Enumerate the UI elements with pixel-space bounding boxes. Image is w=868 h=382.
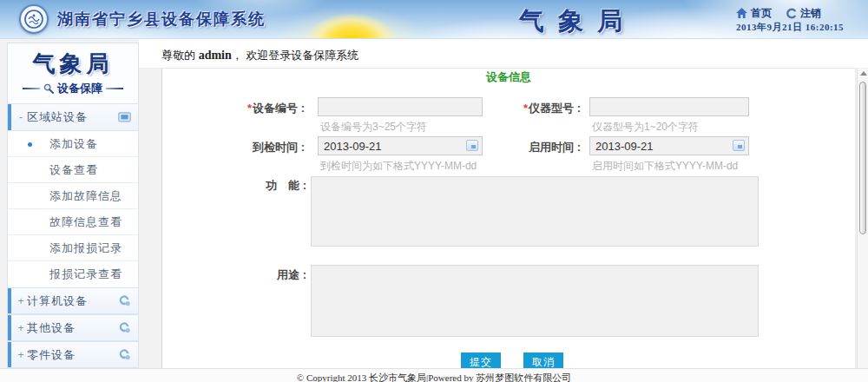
greeting-prefix: 尊敬的 (161, 49, 199, 62)
support-icon (118, 295, 131, 306)
enable-date-label: 启用时间 : (494, 140, 581, 155)
sidebar-item-label: 报损记录查看 (49, 267, 122, 280)
sidebar-group-other[interactable]: + 其他设备 (8, 314, 138, 341)
required-mark: * (523, 102, 528, 115)
sidebar-logo: 气象局 设备保障 (8, 43, 138, 96)
home-icon (736, 8, 747, 18)
expand-indicator: + (15, 349, 27, 361)
sidebar-item-add-fault[interactable]: 添加故障信息 (8, 183, 138, 209)
sidebar-group-label: 其他设备 (27, 320, 118, 336)
sidebar-item-add-damage[interactable]: 添加报损记录 (8, 235, 138, 261)
check-date-hint: 到检时间为如下格式YYYY-MM-dd (320, 159, 477, 174)
greeting-suffix: ， 欢迎登录设备保障系统 (232, 49, 359, 62)
divider (106, 88, 123, 89)
copyright-text: © Copyright 2013 长沙市气象局|Powered by 苏州梦图软… (297, 372, 571, 382)
scroll-up-arrow-icon[interactable] (860, 71, 867, 76)
divider (23, 88, 40, 89)
enable-date-hint: 启用时间如下格式YYYY-MM-dd (592, 159, 738, 174)
sidebar-item-view-damage[interactable]: 报损记录查看 (8, 261, 138, 287)
sidebar-group-parts[interactable]: + 零件设备 (8, 341, 138, 368)
magnifier-icon (43, 83, 54, 94)
sidebar-item-label: 故障信息查看 (49, 215, 122, 228)
function-label: 功 能 : (218, 178, 306, 194)
support-icon (118, 349, 131, 360)
model-label: *仪器型号 : (494, 101, 581, 116)
check-date-input[interactable] (318, 136, 483, 155)
sidebar-item-add-device[interactable]: 添加设备 (8, 131, 138, 157)
sidebar-logo-subtitle-row: 设备保障 (8, 81, 138, 96)
top-nav: 首页 注销 (736, 6, 821, 20)
org-logo-icon (19, 4, 49, 34)
logout-link[interactable]: 注销 (800, 6, 821, 21)
check-date-label: 到检时间 : (218, 140, 305, 155)
sidebar-item-label: 添加报损记录 (49, 241, 122, 254)
sidebar: 气象局 设备保障 - 区域站设备 添加设备 设备查看 (7, 43, 139, 382)
logout-icon (786, 8, 797, 19)
calendar-icon[interactable] (466, 140, 478, 151)
sidebar-group-regional-station[interactable]: - 区域站设备 (8, 103, 138, 131)
sidebar-logo-subtitle: 设备保障 (57, 81, 102, 96)
active-bullet-icon (28, 142, 32, 147)
model-hint: 仪器型号为1~20个字符 (592, 120, 699, 135)
form-title: 设备信息 (162, 69, 855, 85)
device-form-panel: 设备信息 *设备编号 : *仪器型号 : 设备编号为3~25个字符 仪器型号为1… (161, 68, 856, 368)
scrollbar-thumb[interactable] (859, 82, 866, 234)
expand-indicator: + (15, 295, 27, 307)
sidebar-submenu: 添加设备 设备查看 添加故障信息 故障信息查看 添加报损记录 报损记录查看 (8, 131, 138, 287)
expand-indicator: + (15, 322, 27, 334)
calendar-icon[interactable] (733, 140, 745, 151)
greeting-text: 尊敬的 admin， 欢迎登录设备保障系统 (161, 48, 358, 63)
sidebar-item-view-devices[interactable]: 设备查看 (8, 157, 138, 183)
support-icon (118, 322, 131, 333)
sidebar-item-view-faults[interactable]: 故障信息查看 (8, 209, 138, 235)
required-mark: * (247, 102, 252, 115)
page-footer: © Copyright 2013 长沙市气象局|Powered by 苏州梦图软… (0, 368, 868, 382)
app-title: 湖南省宁乡县设备保障系统 (57, 9, 266, 30)
sidebar-logo-title: 气象局 (8, 49, 138, 79)
device-no-label: *设备编号 : (218, 101, 305, 116)
vertical-scrollbar[interactable] (857, 69, 868, 368)
function-textarea[interactable] (311, 176, 759, 247)
brand-title: 气象局 (519, 4, 636, 39)
sidebar-item-label: 添加设备 (49, 137, 98, 150)
sidebar-group-computer[interactable]: + 计算机设备 (8, 287, 138, 314)
app-header: 湖南省宁乡县设备保障系统 气象局 首页 注销 2013年9月21日 16:20:… (0, 0, 868, 39)
usage-label: 用途 : (218, 267, 306, 283)
usage-textarea[interactable] (311, 265, 759, 337)
sidebar-group-label: 计算机设备 (27, 293, 118, 309)
collapse-indicator: - (15, 111, 27, 123)
model-input[interactable] (589, 97, 749, 116)
app-window: 湖南省宁乡县设备保障系统 气象局 首页 注销 2013年9月21日 16:20:… (0, 0, 868, 382)
greeting-bar: 尊敬的 admin， 欢迎登录设备保障系统 (139, 39, 868, 68)
greeting-username: admin (199, 49, 232, 62)
enable-date-input[interactable] (589, 136, 749, 155)
home-link[interactable]: 首页 (751, 6, 772, 21)
device-no-hint: 设备编号为3~25个字符 (320, 120, 427, 135)
monitor-icon (118, 112, 131, 123)
device-no-input[interactable] (318, 97, 483, 116)
sidebar-group-label: 零件设备 (27, 347, 118, 363)
sidebar-item-label: 添加故障信息 (49, 189, 122, 202)
sidebar-group-label: 区域站设备 (27, 109, 118, 125)
datetime: 2013年9月21日 16:20:15 (736, 21, 844, 34)
sidebar-item-label: 设备查看 (49, 163, 98, 176)
